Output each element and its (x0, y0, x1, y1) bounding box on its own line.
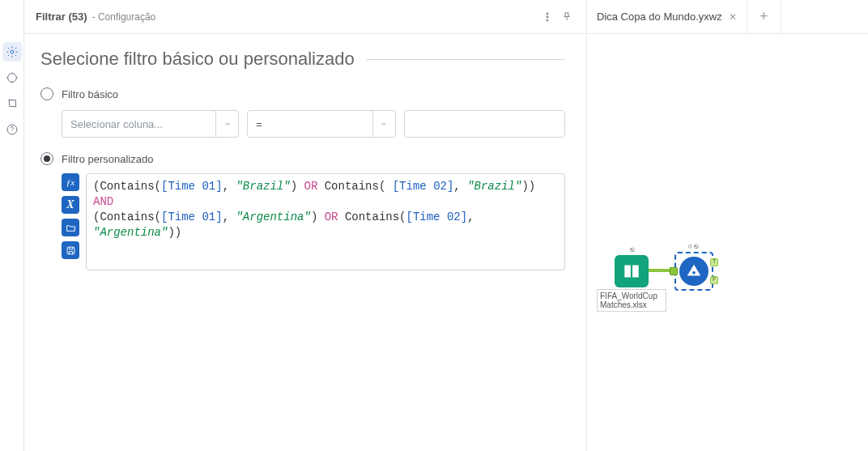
dropdown-placeholder: Selecionar coluna... (62, 118, 215, 130)
svg-point-7 (692, 271, 696, 274)
chevron-down-icon (215, 111, 238, 137)
expression-editor[interactable]: (Contains([Time 01], "Brazil") OR Contai… (86, 173, 565, 270)
section-heading: Selecione filtro básico ou personalizado (40, 49, 355, 70)
canvas-area: Dica Copa do Mundo.yxwz ✕ + ⎋ FIFA_World… (586, 0, 868, 451)
config-panel: Filtrar (53) - Configuração Selecione fi… (24, 0, 586, 451)
svg-rect-6 (67, 247, 74, 254)
fx-button[interactable]: ƒx (62, 173, 79, 191)
divider (366, 59, 565, 60)
svg-point-0 (11, 50, 14, 53)
tab-bar: Dica Copa do Mundo.yxwz ✕ + (587, 0, 868, 34)
folder-button[interactable] (62, 219, 79, 236)
save-button[interactable] (62, 241, 79, 259)
expression-toolbar: ƒx X (62, 173, 81, 270)
tag-icon[interactable] (2, 94, 22, 113)
filter-icon (679, 257, 708, 286)
x-button[interactable]: X (62, 196, 79, 214)
tab-label: Dica Copa do Mundo.yxwz (597, 11, 722, 23)
gear-icon[interactable] (2, 42, 22, 62)
close-icon[interactable]: ✕ (729, 11, 737, 23)
operator-dropdown[interactable]: = (247, 110, 395, 138)
workflow-tab[interactable]: Dica Copa do Mundo.yxwz ✕ (587, 0, 747, 33)
value-input[interactable] (404, 110, 565, 138)
radio-label: Filtro personalizado (62, 153, 153, 165)
left-tool-rail (0, 0, 24, 451)
radio-custom-filter[interactable]: Filtro personalizado (40, 152, 565, 165)
add-tab-button[interactable]: + (747, 0, 781, 33)
help-icon[interactable] (2, 120, 22, 139)
column-dropdown[interactable]: Selecionar coluna... (62, 110, 239, 138)
true-anchor[interactable] (710, 258, 718, 266)
false-anchor[interactable] (710, 276, 718, 284)
svg-point-5 (547, 19, 548, 21)
radio-icon (40, 87, 53, 100)
panel-header: Filtrar (53) - Configuração (24, 0, 586, 34)
chevron-down-icon (372, 111, 395, 137)
input-icon (615, 255, 649, 287)
svg-point-1 (7, 74, 16, 83)
filter-node[interactable]: ○⎋ (674, 243, 713, 291)
node-badge: ⎋ (630, 246, 634, 253)
svg-point-4 (547, 16, 548, 18)
more-icon[interactable] (539, 9, 555, 25)
pin-icon[interactable] (559, 9, 575, 25)
radio-label: Filtro básico (62, 88, 118, 100)
input-anchor[interactable] (670, 267, 678, 275)
panel-subtitle: - Configuração (92, 11, 156, 23)
workflow-canvas[interactable]: ⎋ FIFA_WorldCupMatches.xlsx ○⎋ (587, 34, 868, 451)
node-badge: ○⎋ (688, 243, 700, 250)
radio-basic-filter[interactable]: Filtro básico (40, 87, 565, 100)
node-label: FIFA_WorldCupMatches.xlsx (597, 289, 666, 312)
radio-icon-selected (40, 152, 53, 165)
input-node[interactable]: ⎋ FIFA_WorldCupMatches.xlsx (597, 246, 666, 312)
panel-title: Filtrar (53) (36, 11, 87, 23)
svg-point-3 (547, 12, 548, 14)
target-icon[interactable] (2, 68, 22, 87)
dropdown-value: = (248, 118, 372, 130)
